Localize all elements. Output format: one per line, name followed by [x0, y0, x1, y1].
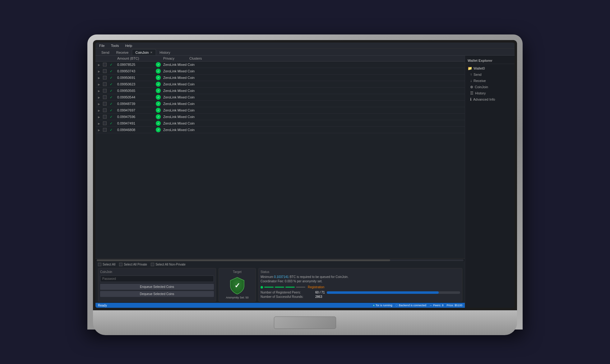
row-amount: 0.09947697	[117, 108, 155, 112]
verified-icon: ✓	[110, 115, 113, 119]
table-row[interactable]: ▶ ✓ 0.09950743 ✓ ZeroLink Mixed Coin	[95, 68, 465, 75]
progress-row: Registration	[261, 285, 460, 289]
sidebar-item-send[interactable]: ↑ Send	[465, 71, 515, 78]
row-amount: 0.09950743	[117, 69, 155, 73]
row-cluster: ZeroLink Mixed Coin	[163, 95, 462, 99]
shield-icon: ✓	[228, 276, 247, 295]
row-checkbox[interactable]	[103, 128, 107, 132]
password-input[interactable]	[100, 275, 214, 282]
expand-icon: ▶	[98, 83, 100, 86]
progress-step-2	[275, 287, 284, 288]
progress-step-3	[285, 287, 295, 288]
select-all-label[interactable]: Select All	[98, 263, 115, 266]
row-cluster: ZeroLink Mixed Coin	[163, 89, 462, 93]
menu-tools[interactable]: Tools	[110, 43, 120, 48]
select-all-private-label[interactable]: Select All Private	[119, 263, 147, 266]
table-row[interactable]: ▶ ✓ 0.09947697 ✓ ZeroLink Mixed Coin	[95, 107, 465, 114]
tab-send[interactable]: Send	[98, 49, 113, 55]
expand-icon: ▶	[98, 116, 100, 119]
row-checkbox[interactable]	[103, 121, 107, 125]
menu-help[interactable]: Help	[124, 43, 133, 48]
select-all-non-private-checkbox[interactable]	[151, 263, 154, 266]
wallet-icon: 📁	[468, 66, 472, 71]
status-panel: Status Minimum 0.1037141 BTC is required…	[258, 268, 462, 302]
enqueue-button[interactable]: Enqueue Selected Coins	[100, 284, 214, 290]
row-checkbox[interactable]	[103, 76, 107, 80]
select-all-checkbox[interactable]	[98, 263, 101, 266]
expand-icon: ▶	[98, 102, 100, 106]
table-row[interactable]: ▶ ✓ 0.09950691 ✓ ZeroLink Mixed Coin	[95, 75, 465, 81]
wallet-item[interactable]: 📁 Wallet0	[465, 65, 515, 71]
table-row[interactable]: ▶ ✓ 0.09948739 ✓ ZeroLink Mixed Coin	[95, 101, 465, 107]
status-bar-right: ● Tor is running ⬡ Backend is connected …	[373, 304, 462, 307]
sidebar-item-history[interactable]: ☰ History	[465, 90, 515, 96]
sidebar-item-advanced-info[interactable]: ℹ Advanced Info	[465, 96, 515, 102]
row-cluster: ZeroLink Mixed Coin	[163, 121, 462, 125]
row-amount: 0.09947596	[117, 115, 155, 119]
table-header: Amount (BTC) Privacy Clusters	[95, 56, 465, 61]
table-row[interactable]: ▶ ✓ 0.09950544 ✓ ZeroLink Mixed Coin	[95, 94, 465, 101]
row-checkbox[interactable]	[103, 95, 107, 99]
scrollbar-track	[97, 259, 464, 261]
table-row[interactable]: ▶ ✓ 0.09946808 ✓ ZeroLink Mixed Coin	[95, 127, 465, 133]
tab-coinjoin[interactable]: CoinJoin ✕	[132, 49, 156, 55]
row-cluster: ZeroLink Mixed Coin	[163, 82, 462, 86]
expand-icon: ▶	[98, 109, 100, 112]
privacy-badge: ✓	[156, 127, 161, 132]
tab-close-icon[interactable]: ✕	[150, 51, 153, 54]
wallet-explorer-title: Wallet Explorer	[465, 57, 515, 64]
coinjoin-panel-title: CoinJoin	[100, 270, 214, 274]
coinjoin-icon: ⊕	[470, 85, 473, 89]
table-row[interactable]: ▶ ✓ 0.09950565 ✓ ZeroLink Mixed Coin	[95, 88, 465, 94]
tab-receive[interactable]: Receive	[113, 49, 132, 55]
sidebar-item-coinjoin[interactable]: ⊕ CoinJoin	[465, 84, 515, 90]
table-row[interactable]: ▶ ✓ 0.09978525 ✓ ZeroLink Mixed Coin	[95, 61, 465, 68]
bottom-panels: CoinJoin Enqueue Selected Coins Dequeue …	[98, 268, 462, 302]
target-title: Target	[233, 270, 242, 274]
tab-history[interactable]: History	[156, 49, 173, 55]
privacy-badge: ✓	[156, 95, 161, 100]
row-checkbox[interactable]	[103, 82, 107, 86]
row-checkbox[interactable]	[103, 115, 107, 119]
sidebar-item-receive[interactable]: ↓ Receive	[465, 78, 515, 84]
dequeue-button[interactable]: Dequeue Selected Coins	[100, 291, 214, 297]
row-checkbox[interactable]	[103, 63, 107, 66]
expand-icon: ▶	[98, 89, 100, 93]
privacy-badge: ✓	[156, 82, 161, 87]
row-cluster: ZeroLink Mixed Coin	[163, 63, 462, 66]
row-checkbox[interactable]	[103, 102, 107, 106]
wallet-name: Wallet0	[474, 66, 485, 70]
privacy-badge: ✓	[156, 114, 161, 119]
row-cluster: ZeroLink Mixed Coin	[163, 69, 462, 73]
select-all-non-private-label[interactable]: Select All Non-Private	[151, 263, 186, 266]
coin-table[interactable]: Amount (BTC) Privacy Clusters ▶ ✓ 0.0997	[95, 56, 465, 258]
peers-icon: ↔	[429, 304, 432, 307]
row-checkbox[interactable]	[103, 69, 107, 73]
svg-text:✓: ✓	[234, 282, 240, 289]
scrollbar-thumb[interactable]	[97, 259, 390, 261]
expand-icon: ▶	[98, 70, 100, 73]
expand-icon: ▶	[98, 96, 100, 99]
info-icon: ℹ	[470, 97, 472, 102]
privacy-badge: ✓	[156, 75, 161, 80]
peers-registered-row: Number of Registered Peers: 60 / 71	[261, 291, 460, 294]
privacy-badge: ✓	[156, 88, 161, 93]
table-row[interactable]: ▶ ✓ 0.09947491 ✓ ZeroLink Mixed Coin	[95, 120, 465, 127]
select-all-private-checkbox[interactable]	[119, 263, 122, 266]
target-panel: Target	[219, 268, 256, 302]
row-amount: 0.09950623	[117, 82, 155, 86]
trackpad[interactable]	[274, 316, 336, 329]
table-row[interactable]: ▶ ✓ 0.09950623 ✓ ZeroLink Mixed Coin	[95, 81, 465, 88]
row-checkbox[interactable]	[103, 108, 107, 112]
horizontal-scrollbar[interactable]	[95, 258, 465, 262]
header-privacy: Privacy	[163, 57, 188, 60]
menu-file[interactable]: File	[98, 43, 106, 48]
peers-bar-container	[327, 291, 460, 294]
row-checkbox[interactable]	[103, 89, 107, 93]
peers-status: ↔ Peers: 8	[429, 304, 444, 307]
tab-bar: Send Receive CoinJoin ✕ History	[95, 49, 515, 56]
table-row[interactable]: ▶ ✓ 0.09947596 ✓ ZeroLink Mixed Coin	[95, 114, 465, 120]
status-bar: Ready ● Tor is running ⬡ Backend is conn…	[95, 303, 465, 308]
price-status: Price: $5100	[446, 304, 462, 307]
peers-rounds-value: 2863	[315, 295, 322, 298]
